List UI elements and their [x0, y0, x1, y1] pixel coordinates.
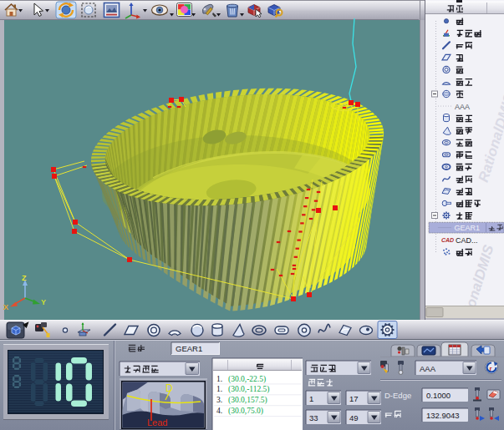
svg-text:CAD: CAD — [441, 237, 454, 243]
svg-text:GEAR1: GEAR1 — [455, 224, 481, 232]
svg-text:3.: 3. — [216, 396, 222, 404]
svg-text:CAD...: CAD... — [456, 236, 478, 245]
svg-text:4.: 4. — [216, 407, 222, 415]
svg-text:X: X — [3, 303, 8, 311]
svg-text:0.1000: 0.1000 — [426, 391, 451, 400]
svg-text:(30.0,-22.5): (30.0,-22.5) — [228, 375, 266, 384]
svg-text:49: 49 — [349, 413, 359, 422]
svg-text:GEAR1: GEAR1 — [176, 344, 202, 353]
svg-text:1: 1 — [309, 394, 313, 403]
svg-text:D: D — [165, 382, 173, 394]
svg-text:(30.0,-112.5): (30.0,-112.5) — [228, 385, 270, 394]
svg-text:17: 17 — [349, 394, 359, 403]
svg-text:Y: Y — [41, 298, 46, 306]
svg-text:1.: 1. — [216, 375, 222, 383]
svg-text:(30.0,75.0): (30.0,75.0) — [228, 407, 263, 416]
svg-text:r: r — [490, 365, 492, 372]
svg-text:D-Edge: D-Edge — [384, 391, 411, 400]
svg-text:AAA: AAA — [455, 103, 470, 111]
svg-text:33: 33 — [309, 413, 318, 422]
svg-text:AAA: AAA — [420, 364, 436, 373]
svg-text:Z: Z — [22, 274, 27, 282]
svg-text:132.9043: 132.9043 — [426, 411, 460, 420]
svg-text:(30.0,157.5): (30.0,157.5) — [228, 396, 267, 405]
svg-text:1.: 1. — [216, 385, 222, 393]
svg-text:Lead: Lead — [147, 417, 167, 427]
